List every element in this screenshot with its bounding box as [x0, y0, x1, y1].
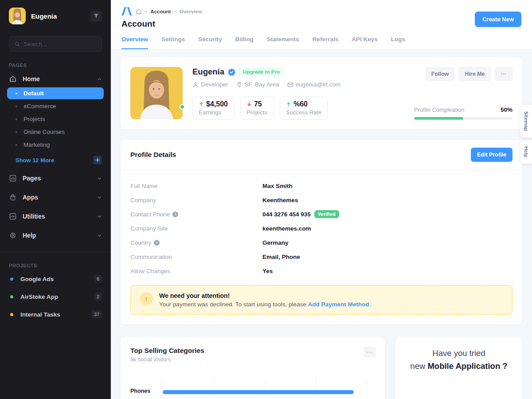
promo-line-1: Have you tried: [404, 348, 513, 358]
search-input[interactable]: [24, 41, 96, 47]
breadcrumb-home-icon[interactable]: [136, 8, 142, 15]
promo-illustration: [404, 383, 513, 399]
main-area: › Account › Overview Account Create New …: [111, 0, 532, 399]
tab-logs[interactable]: Logs: [391, 36, 405, 49]
project-item-airstoke-app[interactable]: AirStoke App 2: [0, 289, 111, 304]
profile-name[interactable]: Eugenia: [192, 67, 224, 77]
detail-label: Company: [130, 197, 262, 203]
progress-bar: [414, 117, 512, 120]
profile-role[interactable]: Developer: [192, 81, 228, 88]
attention-alert: ! We need your attention! Your payment w…: [130, 285, 512, 315]
breadcrumb-overview: Overview: [180, 9, 202, 14]
info-icon[interactable]: i: [172, 211, 178, 217]
detail-value: Keenthemes: [262, 197, 512, 203]
verified-badge: Verified: [314, 210, 339, 218]
sidebar-item-pages[interactable]: Pages: [0, 171, 111, 186]
sidebar-search[interactable]: [9, 36, 102, 52]
bullet-icon: [16, 106, 17, 107]
sidebar-item-utilities[interactable]: Utilities: [0, 209, 111, 224]
bullet-icon: [16, 144, 17, 146]
profile-email[interactable]: eugenia@kt.com: [287, 81, 341, 88]
profile-stats: $4,500 Earnings 75 Projects: [192, 97, 414, 120]
chevron-down-icon: [97, 214, 102, 219]
bar-phones[interactable]: [163, 390, 354, 394]
project-dot-icon: [10, 313, 13, 316]
tab-api-keys[interactable]: API Keys: [352, 36, 378, 49]
profile-photo: [130, 67, 183, 119]
detail-row-communication: Communication Email, Phone: [130, 250, 512, 264]
detail-row-country: Country i Germany: [130, 235, 512, 250]
edit-profile-button[interactable]: Edit Profile: [471, 148, 512, 162]
sidebar-item-label: Apps: [23, 194, 38, 201]
verified-badge-icon: [228, 68, 235, 76]
project-label: Google Ads: [20, 276, 54, 282]
project-dot-icon: [10, 295, 13, 298]
bullet-icon: [16, 93, 17, 94]
detail-label: Full Name: [130, 183, 262, 189]
sidebar-subitem-default[interactable]: Default: [7, 87, 104, 99]
tab-statements[interactable]: Statements: [267, 36, 299, 49]
sidebar-subitem-ecommerce[interactable]: eCommerce: [7, 100, 104, 112]
tab-settings[interactable]: Settings: [161, 36, 185, 49]
help-edge-tab[interactable]: Help: [520, 140, 532, 164]
stat-label: Earnings: [199, 109, 228, 116]
tab-billing[interactable]: Billing: [235, 36, 254, 49]
profile-actions: Follow Hire Me ···: [425, 67, 512, 81]
breadcrumb-separator: ›: [174, 9, 176, 14]
stat-value: $4,500: [206, 100, 228, 108]
sidebar-header: Eugenia: [0, 0, 111, 31]
detail-label: Contact Phone i: [130, 211, 262, 218]
search-icon: [15, 41, 20, 47]
sidebar-subitem-projects[interactable]: Projects: [7, 113, 104, 125]
bar-chart: Phones Laptops: [130, 380, 375, 399]
project-item-google-ads[interactable]: Google Ads 6: [0, 272, 111, 286]
promo-line-2: new Mobile Application ?: [404, 361, 513, 371]
sidebar-subitem-marketing[interactable]: Marketing: [7, 139, 104, 151]
home-icon: [9, 75, 17, 82]
upgrade-to-pro-badge[interactable]: Upgrade to Pro: [239, 67, 284, 76]
follow-button[interactable]: Follow: [425, 67, 455, 81]
detail-row-company: Company Keenthemes: [130, 193, 512, 207]
arrow-up-icon: [199, 102, 204, 107]
sitemap-edge-tab[interactable]: Sitemap: [520, 105, 532, 137]
breadcrumb-account[interactable]: Account: [150, 9, 171, 14]
detail-label: Company Site: [130, 225, 262, 232]
profile-meta-row: Developer SF, Bay Area eugenia@kt.com: [192, 81, 425, 88]
bottom-row: Top Selling Categories 8k social visitor…: [121, 337, 522, 399]
sidebar-subitem-label: Projects: [23, 116, 45, 122]
profile-email-label: eugenia@kt.com: [296, 81, 341, 88]
chart-more-button[interactable]: ···: [364, 347, 376, 357]
show-more-link[interactable]: Show 12 More: [16, 157, 93, 164]
more-options-button[interactable]: ···: [495, 67, 513, 81]
chevron-up-icon: [97, 77, 102, 82]
create-new-button[interactable]: Create New: [475, 12, 521, 27]
stat-label: Projects: [246, 109, 267, 116]
top-selling-categories-card: Top Selling Categories 8k social visitor…: [121, 337, 385, 399]
alert-body: Your payment was declined. To start usin…: [159, 301, 371, 308]
sidebar-toggle-button[interactable]: [90, 10, 102, 22]
tab-referrals[interactable]: Referrals: [313, 36, 339, 49]
stat-value: %60: [293, 100, 308, 108]
add-page-button[interactable]: [93, 156, 102, 164]
detail-value: Germany: [262, 239, 512, 246]
sidebar-item-home[interactable]: Home: [0, 71, 111, 86]
wave-icon: [9, 213, 17, 220]
chart-plot-area: [163, 380, 375, 399]
profile-location[interactable]: SF, Bay Area: [236, 81, 279, 88]
hire-me-button[interactable]: Hire Me: [458, 67, 491, 81]
tab-overview[interactable]: Overview: [121, 36, 148, 49]
sidebar-item-apps[interactable]: Apps: [0, 190, 111, 205]
info-icon[interactable]: i: [154, 240, 160, 246]
project-label: AirStoke App: [20, 293, 58, 300]
detail-label: Communication: [130, 254, 262, 260]
profile-completion: Profile Compleation 50%: [414, 106, 512, 120]
add-payment-method-link[interactable]: Add Payment Method: [308, 301, 369, 308]
sidebar-item-label: Help: [23, 232, 36, 239]
sidebar-subitem-online-courses[interactable]: Online Courses: [7, 126, 104, 138]
arrow-up-icon: [286, 102, 291, 107]
user-avatar[interactable]: [9, 8, 26, 24]
detail-row-company-site: Company Site keenthemes.com: [130, 221, 512, 235]
sidebar-item-help[interactable]: Help: [0, 228, 111, 243]
tab-security[interactable]: Security: [198, 36, 222, 49]
project-item-internal-tasks[interactable]: Internal Tasks 37: [0, 307, 111, 321]
